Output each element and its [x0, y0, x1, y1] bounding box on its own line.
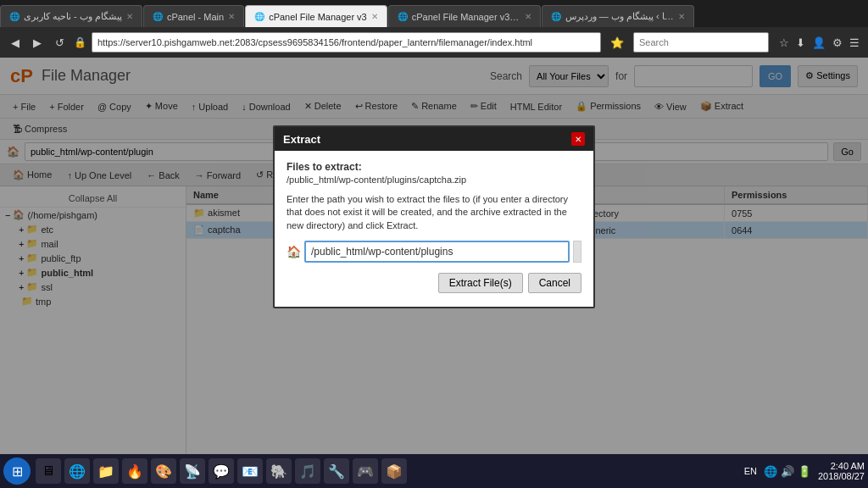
address-bar-row: ◀ ▶ ↺ 🔒 ⭐ ☆ ⬇ 👤 ⚙ ☰	[0, 27, 868, 58]
tab-bar: 🌐 پیشگام وب - ناحیه کاربری ✕ 🌐 cPanel - …	[0, 0, 868, 27]
extract-path-input[interactable]	[304, 241, 570, 263]
tab-2-close[interactable]: ✕	[228, 12, 235, 21]
tab-1-close[interactable]: ✕	[126, 12, 133, 21]
browser-action-2[interactable]: ⬇	[794, 35, 807, 51]
tab-1-label: پیشگام وب - ناحیه کاربری	[24, 11, 122, 22]
tab-2-label: cPanel - Main	[167, 12, 224, 22]
modal-home-icon: 🏠	[287, 245, 301, 258]
modal-title: Extract	[283, 133, 320, 146]
modal-input-row: 🏠	[287, 241, 581, 263]
browser-action-4[interactable]: ⚙	[831, 35, 844, 51]
browser-chrome: 🌐 پیشگام وب - ناحیه کاربری ✕ 🌐 cPanel - …	[0, 0, 868, 58]
tab-4-close[interactable]: ✕	[525, 12, 531, 21]
browser-action-3[interactable]: 👤	[810, 35, 827, 51]
modal-description: Enter the path you wish to extract the f…	[287, 193, 581, 232]
browser-action-1[interactable]: ☆	[777, 35, 791, 51]
tab-5[interactable]: 🌐 افزونه‌ها › پیشگام وب — وردپرس ✕	[542, 5, 694, 27]
modal-overlay: Extract ✕ Files to extract: /public_html…	[0, 58, 868, 454]
browser-actions: ☆ ⬇ 👤 ⚙ ☰	[777, 35, 861, 51]
extract-files-button[interactable]: Extract File(s)	[438, 273, 523, 293]
tab-1-icon: 🌐	[9, 12, 19, 21]
tab-5-close[interactable]: ✕	[678, 12, 685, 21]
tab-3-close[interactable]: ✕	[371, 12, 378, 21]
tab-5-icon: 🌐	[551, 12, 561, 21]
browser-reload-btn[interactable]: ↺	[51, 35, 69, 51]
browser-forward-btn[interactable]: ▶	[29, 35, 46, 51]
modal-footer: Extract File(s) Cancel	[287, 273, 581, 297]
browser-search-input[interactable]	[633, 32, 769, 53]
tab-3-icon: 🌐	[254, 12, 264, 21]
modal-filepath: /public_html/wp-content/plugins/captcha.…	[287, 175, 581, 185]
modal-body: Files to extract: /public_html/wp-conten…	[275, 151, 593, 307]
address-input[interactable]	[92, 32, 601, 53]
tab-3[interactable]: 🌐 cPanel File Manager v3 ✕	[245, 5, 387, 27]
tab-3-label: cPanel File Manager v3	[269, 12, 367, 22]
modal-titlebar: Extract ✕	[275, 127, 593, 151]
tab-4-label: cPanel File Manager v3 - File...	[412, 12, 520, 22]
browser-back-btn[interactable]: ◀	[7, 35, 24, 51]
browser-action-5[interactable]: ☰	[848, 35, 861, 51]
tab-5-label: افزونه‌ها › پیشگام وب — وردپرس	[565, 11, 674, 22]
bookmark-btn[interactable]: ⭐	[606, 35, 628, 51]
tab-4[interactable]: 🌐 cPanel File Manager v3 - File... ✕	[388, 5, 541, 27]
tab-2[interactable]: 🌐 cPanel - Main ✕	[143, 5, 244, 27]
tab-2-icon: 🌐	[153, 12, 163, 21]
extract-modal: Extract ✕ Files to extract: /public_html…	[273, 125, 595, 308]
tab-1[interactable]: 🌐 پیشگام وب - ناحیه کاربری ✕	[0, 5, 142, 27]
cancel-button[interactable]: Cancel	[528, 273, 581, 293]
tab-4-icon: 🌐	[398, 12, 408, 21]
modal-scrollbar[interactable]	[573, 241, 581, 263]
lock-icon: 🔒	[74, 36, 86, 48]
modal-close-button[interactable]: ✕	[571, 132, 585, 146]
files-to-extract-label: Files to extract:	[287, 161, 581, 173]
